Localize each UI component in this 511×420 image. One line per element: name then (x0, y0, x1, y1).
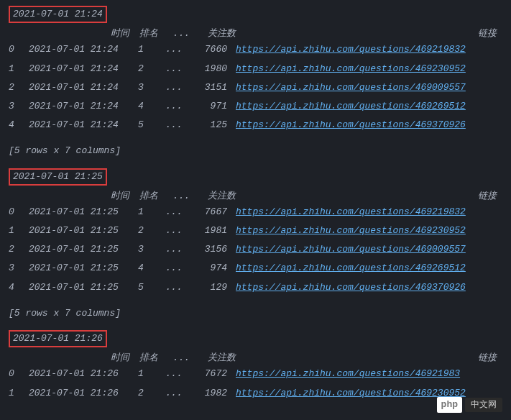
question-link[interactable]: https://api.zhihu.com/questions/46921983… (236, 206, 466, 217)
question-link[interactable]: https://api.zhihu.com/questions/46923095… (236, 63, 466, 74)
question-link[interactable]: https://api.zhihu.com/questions/46923095… (236, 225, 466, 236)
question-link[interactable]: https://api.zhihu.com/questions/46923095… (236, 388, 466, 398)
row-follow: 7667 (190, 206, 236, 219)
header-time: 时间 (29, 190, 129, 203)
table-row: 1 2021-07-01 21:24 2 ... 1980 https://ap… (9, 63, 502, 76)
header-time: 时间 (29, 352, 129, 365)
table-row: 1 2021-07-01 21:26 2 ... 1982 https://ap… (9, 387, 502, 400)
header-link: 链接 (236, 190, 502, 203)
row-time: 2021-07-01 21:25 (29, 281, 129, 294)
row-ellipsis: ... (158, 243, 190, 256)
row-ellipsis: ... (158, 43, 190, 56)
table-row: 4 2021-07-01 21:25 5 ... 129 https://api… (9, 281, 502, 294)
row-link: https://api.zhihu.com/questions/46937092… (236, 281, 502, 294)
row-link: https://api.zhihu.com/questions/46921983… (236, 43, 502, 56)
row-rank: 3 (129, 243, 158, 256)
row-time: 2021-07-01 21:24 (29, 100, 129, 113)
header-link: 链接 (236, 352, 502, 365)
dataframe-summary: [5 rows x 7 columns] (9, 145, 502, 158)
row-link: https://api.zhihu.com/questions/46923095… (236, 224, 502, 237)
row-follow: 7672 (190, 368, 236, 380)
header-follow: 关注数 (190, 190, 236, 203)
row-time: 2021-07-01 21:24 (29, 119, 129, 132)
row-follow: 3156 (190, 243, 236, 256)
row-index: 2 (9, 81, 29, 94)
row-time: 2021-07-01 21:25 (29, 243, 129, 256)
row-ellipsis: ... (158, 262, 190, 275)
row-index: 0 (9, 206, 29, 219)
row-time: 2021-07-01 21:24 (29, 81, 129, 94)
timestamp-highlight: 2021-07-01 21:24 (9, 6, 107, 23)
watermark-badge: php (437, 397, 462, 413)
question-link[interactable]: https://api.zhihu.com/questions/46926951… (236, 262, 466, 273)
header-ellipsis: ... (158, 190, 190, 203)
question-link[interactable]: https://api.zhihu.com/questions/46900955… (236, 244, 466, 255)
table-row: 3 2021-07-01 21:25 4 ... 974 https://api… (9, 262, 502, 275)
row-index: 4 (9, 119, 29, 132)
header-ellipsis: ... (158, 352, 190, 365)
dataframe-summary: [5 rows x 7 columns] (9, 307, 502, 320)
table-row: 4 2021-07-01 21:24 5 ... 125 https://api… (9, 119, 502, 132)
row-rank: 2 (129, 224, 158, 237)
table-header-row: 时间 排名 ... 关注数 链接 (9, 190, 502, 203)
row-rank: 1 (129, 43, 158, 56)
header-rank: 排名 (129, 190, 158, 203)
row-follow: 3151 (190, 81, 236, 94)
row-time: 2021-07-01 21:26 (29, 387, 129, 400)
header-time: 时间 (29, 27, 129, 40)
row-follow: 974 (190, 262, 236, 275)
header-rank: 排名 (129, 352, 158, 365)
row-ellipsis: ... (158, 368, 190, 380)
timestamp-highlight: 2021-07-01 21:25 (9, 168, 107, 186)
row-follow: 7660 (190, 43, 236, 56)
row-index: 0 (9, 368, 29, 380)
row-ellipsis: ... (158, 81, 190, 94)
row-follow: 1981 (190, 224, 236, 237)
row-rank: 2 (129, 387, 158, 400)
row-link: https://api.zhihu.com/questions/46926951… (236, 262, 502, 275)
question-link[interactable]: https://api.zhihu.com/questions/46921983 (236, 368, 460, 379)
table-row: 1 2021-07-01 21:25 2 ... 1981 https://ap… (9, 224, 502, 237)
row-link: https://api.zhihu.com/questions/46937092… (236, 119, 502, 132)
table-row: 2 2021-07-01 21:24 3 ... 3151 https://ap… (9, 81, 502, 94)
dataframe-block: 2021-07-01 21:24 时间 排名 ... 关注数 链接 0 2021… (9, 6, 502, 158)
row-time: 2021-07-01 21:25 (29, 262, 129, 275)
header-link: 链接 (236, 27, 502, 40)
row-link: https://api.zhihu.com/questions/46900955… (236, 243, 502, 256)
question-link[interactable]: https://api.zhihu.com/questions/46926951… (236, 101, 466, 111)
row-ellipsis: ... (158, 100, 190, 113)
dataframe-block: 2021-07-01 21:26 时间 排名 ... 关注数 链接 0 2021… (9, 330, 502, 400)
row-ellipsis: ... (158, 224, 190, 237)
row-follow: 971 (190, 100, 236, 113)
row-ellipsis: ... (158, 206, 190, 219)
row-ellipsis: ... (158, 119, 190, 132)
row-index: 0 (9, 43, 29, 56)
table-row: 2 2021-07-01 21:25 3 ... 3156 https://ap… (9, 243, 502, 256)
table-header-row: 时间 排名 ... 关注数 链接 (9, 27, 502, 40)
watermark-text: 中文网 (465, 398, 502, 413)
question-link[interactable]: https://api.zhihu.com/questions/46921983… (236, 44, 466, 55)
row-ellipsis: ... (158, 281, 190, 294)
row-rank: 4 (129, 262, 158, 275)
row-link: https://api.zhihu.com/questions/46923095… (236, 63, 502, 76)
row-link: https://api.zhihu.com/questions/46900955… (236, 81, 502, 94)
table-row: 0 2021-07-01 21:25 1 ... 7667 https://ap… (9, 206, 502, 219)
question-link[interactable]: https://api.zhihu.com/questions/46937092… (236, 119, 466, 130)
row-time: 2021-07-01 21:24 (29, 63, 129, 76)
row-index: 1 (9, 224, 29, 237)
row-index: 2 (9, 243, 29, 256)
row-follow: 129 (190, 281, 236, 294)
row-time: 2021-07-01 21:24 (29, 43, 129, 56)
table-row: 0 2021-07-01 21:24 1 ... 7660 https://ap… (9, 43, 502, 56)
row-rank: 1 (129, 368, 158, 380)
row-rank: 3 (129, 81, 158, 94)
question-link[interactable]: https://api.zhihu.com/questions/46900955… (236, 82, 466, 93)
question-link[interactable]: https://api.zhihu.com/questions/46937092… (236, 282, 466, 293)
row-index: 3 (9, 262, 29, 275)
table-row: 3 2021-07-01 21:24 4 ... 971 https://api… (9, 100, 502, 113)
header-follow: 关注数 (190, 27, 236, 40)
dataframe-block: 2021-07-01 21:25 时间 排名 ... 关注数 链接 0 2021… (9, 168, 502, 321)
row-index: 3 (9, 100, 29, 113)
row-link: https://api.zhihu.com/questions/46921983 (236, 368, 502, 380)
row-index: 1 (9, 387, 29, 400)
